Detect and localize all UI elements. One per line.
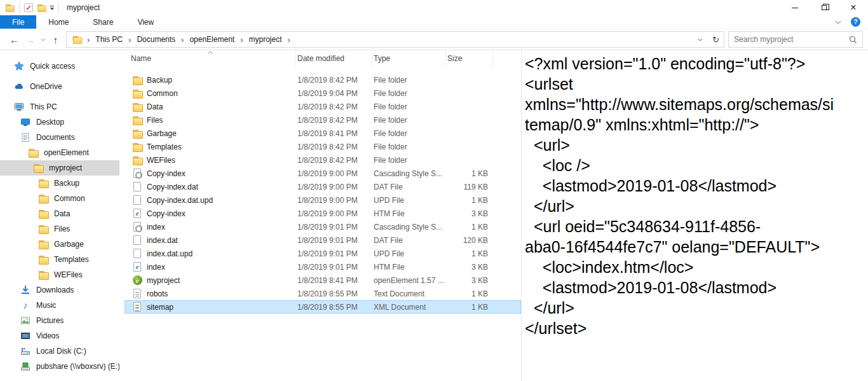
file-row-copy-index-10[interactable]: Copy-index1/8/2019 9:00 PMHTM File3 KB <box>125 207 521 220</box>
folder-icon <box>38 224 48 234</box>
ribbon-expand-chevron-icon[interactable] <box>835 20 841 24</box>
close-button[interactable]: × <box>839 0 868 15</box>
back-button[interactable]: ← <box>6 31 22 48</box>
sidebar-item-downloads[interactable]: Downloads <box>0 282 119 298</box>
breadcrumb-item-documents[interactable]: Documents <box>133 35 179 44</box>
breadcrumb-separator: › <box>126 35 133 45</box>
file-row-robots-16[interactable]: robots1/8/2019 8:55 PMText Document1 KB <box>125 287 521 300</box>
file-row-common-1[interactable]: Common1/8/2019 9:04 PMFile folder <box>125 87 521 100</box>
sidebar-item-pictures[interactable]: Pictures <box>0 313 119 328</box>
file-name: index.dat.upd <box>147 249 193 258</box>
recent-locations-button[interactable] <box>38 31 48 48</box>
file-row-garbage-4[interactable]: Garbage1/8/2019 8:41 PMFile folder <box>125 127 521 140</box>
forward-button[interactable]: → <box>22 31 38 48</box>
sidebar-item-files[interactable]: Files <box>0 221 119 237</box>
tab-view[interactable]: View <box>125 15 166 29</box>
sidebar-item-garbage[interactable]: Garbage <box>0 237 119 252</box>
help-button[interactable]: ? <box>851 17 860 27</box>
column-headers: NameDate modifiedTypeSize <box>125 50 521 67</box>
file-type: Cascading Style S... <box>372 169 446 178</box>
qat-properties-icon[interactable]: ✓ <box>24 3 33 12</box>
local-disk-icon <box>20 346 31 356</box>
search-box[interactable] <box>728 31 863 48</box>
sidebar-item-documents[interactable]: Documents <box>0 130 119 145</box>
sidebar-item-quick-access[interactable]: Quick access <box>0 59 119 74</box>
file-row-copy-index-dat-upd-9[interactable]: Copy-index.dat.upd1/8/2019 9:00 PMUPD Fi… <box>125 193 521 207</box>
qat-new-folder-icon[interactable] <box>37 3 46 12</box>
address-dropdown-button[interactable] <box>692 32 708 47</box>
sidebar-item-data[interactable]: Data <box>0 206 119 221</box>
minimize-button[interactable] <box>780 0 810 15</box>
sidebar-item-templates[interactable]: Templates <box>0 252 119 267</box>
breadcrumb-item-openelement[interactable]: openElement <box>186 35 238 44</box>
file-name: Copy-index.dat.upd <box>147 196 213 205</box>
tab-share[interactable]: Share <box>81 15 125 29</box>
column-header-size[interactable]: Size <box>446 50 493 67</box>
restore-button[interactable] <box>810 0 839 15</box>
file-row-index-dat-12[interactable]: index.dat1/8/2019 9:01 PMDAT File120 KB <box>125 233 521 247</box>
column-header-date-modified[interactable]: Date modified <box>296 50 372 67</box>
file-row-copy-index-7[interactable]: Copy-index1/8/2019 9:00 PMCascading Styl… <box>125 167 521 180</box>
sidebar-item-backup[interactable]: Backup <box>0 176 119 191</box>
search-input[interactable] <box>734 35 849 44</box>
file-row-index-11[interactable]: index1/8/2019 9:01 PMCascading Style S..… <box>125 220 521 233</box>
sidebar-item-wefiles[interactable]: WEFiles <box>0 267 119 282</box>
sidebar-item-local-disk-c[interactable]: Local Disk (C:) <box>0 343 119 359</box>
folder-icon <box>38 270 48 280</box>
file-row-data-2[interactable]: Data1/8/2019 8:42 PMFile folder <box>125 100 521 113</box>
pictures-icon <box>20 315 31 326</box>
file-row-index-dat-upd-13[interactable]: index.dat.upd1/8/2019 9:01 PMUPD File1 K… <box>125 247 521 260</box>
music-icon: ♪ <box>20 300 31 310</box>
forward-icon: → <box>25 34 35 45</box>
sidebar-item-desktop[interactable]: Desktop <box>0 114 119 130</box>
file-row-index-14[interactable]: index1/8/2019 9:01 PMHTM File3 KB <box>125 260 521 274</box>
file-row-templates-5[interactable]: Templates1/8/2019 8:42 PMFile folder <box>125 140 521 153</box>
qat-dropdown-icon[interactable] <box>50 6 54 10</box>
file-row-backup-0[interactable]: Backup1/8/2019 8:42 PMFile folder <box>125 73 521 87</box>
sidebar-item-label: Common <box>54 194 85 203</box>
sidebar-item-myproject[interactable]: myproject <box>0 160 119 176</box>
file-row-wefiles-6[interactable]: WEFiles1/8/2019 8:42 PMFile folder <box>125 153 521 167</box>
file-icon <box>133 235 141 245</box>
sidebar-item-pubshare-vboxsrv-e[interactable]: pubshare (\\vboxsrv) (E:) <box>0 359 119 374</box>
file-row-files-3[interactable]: Files1/8/2019 8:42 PMFile folder <box>125 113 521 127</box>
sidebar-item-videos[interactable]: Videos <box>0 328 119 343</box>
sidebar-item-openelement[interactable]: openElement <box>0 145 119 160</box>
file-date-modified: 1/8/2019 9:00 PM <box>296 183 372 191</box>
sidebar-item-music[interactable]: ♪Music <box>0 298 119 313</box>
file-date-modified: 1/8/2019 9:01 PM <box>296 249 372 258</box>
refresh-icon: ↻ <box>712 35 719 45</box>
xml-preview-pane[interactable]: <?xml version="1.0" encoding="utf-8"?><u… <box>521 50 868 381</box>
folder-icon <box>33 163 43 173</box>
xml-preview-line: <urlset <box>525 74 868 94</box>
sidebar-item-this-pc[interactable]: This PC <box>0 99 119 114</box>
file-row-sitemap-17[interactable]: sitemap1/8/2019 8:55 PMXML Document1 KB <box>125 300 521 314</box>
sidebar-item-onedrive[interactable]: OneDrive <box>0 79 119 94</box>
search-icon[interactable] <box>849 36 857 44</box>
tab-file[interactable]: File <box>0 15 36 29</box>
sidebar-item-label: Downloads <box>36 286 74 294</box>
file-type: File folder <box>372 142 446 151</box>
breadcrumb-item-myproject[interactable]: myproject <box>245 35 285 44</box>
file-name: Copy-index.dat <box>147 183 198 191</box>
breadcrumb-separator: › <box>238 35 245 45</box>
file-list-pane: NameDate modifiedTypeSize Backup1/8/2019… <box>119 50 521 381</box>
file-row-myproject-15[interactable]: emyproject1/8/2019 8:41 PMopenElement 1.… <box>125 274 521 287</box>
sidebar-item-common[interactable]: Common <box>0 191 119 206</box>
folder-icon <box>132 88 142 99</box>
quick-access-toolbar: ✓ myproject <box>0 0 100 15</box>
sidebar-item-label: Local Disk (C:) <box>36 347 86 356</box>
file-size: 3 KB <box>446 263 493 272</box>
file-row-copy-index-dat-8[interactable]: Copy-index.dat1/8/2019 9:00 PMDAT File11… <box>125 180 521 193</box>
folder-icon <box>38 239 48 249</box>
tab-home[interactable]: Home <box>36 15 81 29</box>
breadcrumb-item-this-pc[interactable]: This PC <box>92 35 126 44</box>
address-bar[interactable]: › This PC›Documents›openElement›myprojec… <box>66 31 724 48</box>
up-button[interactable]: ↑ <box>48 31 64 48</box>
minimize-icon <box>792 8 798 8</box>
file-type: openElement 1.57 ... <box>372 276 446 285</box>
network-drive-icon <box>20 361 31 371</box>
file-name: Files <box>147 116 163 125</box>
column-header-type[interactable]: Type <box>372 50 446 67</box>
refresh-button[interactable]: ↻ <box>708 32 724 47</box>
